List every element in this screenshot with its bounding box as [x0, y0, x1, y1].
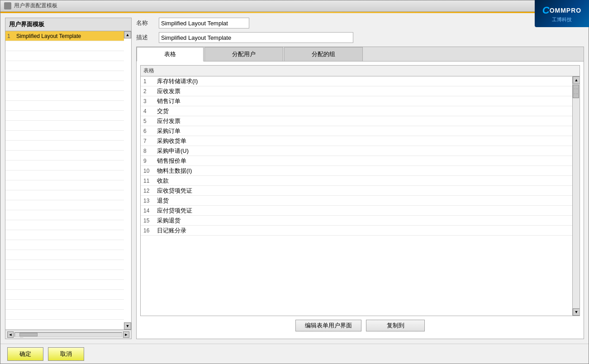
table-header: 表格: [141, 66, 580, 76]
tab-content-biaoge: 表格 1 库存转储请求(I) 2 应收发票: [137, 61, 584, 339]
list-item[interactable]: [5, 81, 124, 91]
title-bar: 用户界面配置模板 _ □ ✕: [0, 0, 589, 12]
table-row[interactable]: 11 收款: [141, 176, 572, 186]
list-item[interactable]: [5, 280, 124, 290]
list-item[interactable]: [5, 250, 124, 260]
tab-bar: 表格 分配用户 分配的组: [137, 47, 584, 61]
copy-to-button[interactable]: 复制到: [366, 320, 425, 331]
table-row[interactable]: 9 销售报价单: [141, 156, 572, 166]
scroll-dots: ···: [20, 335, 24, 340]
list-item[interactable]: [5, 170, 124, 180]
tab-container: 表格 分配用户 分配的组 表格: [136, 47, 584, 339]
left-panel-content: ▲ 1 Simplified Layout Template: [5, 31, 131, 330]
bottom-bar: 确定 取消: [0, 344, 589, 364]
list-item[interactable]: [5, 141, 124, 151]
table-row[interactable]: 7 采购收货单: [141, 136, 572, 146]
name-input[interactable]: [159, 18, 249, 28]
list-item[interactable]: [5, 121, 124, 131]
left-scrollbar-thumb[interactable]: ···: [19, 333, 38, 336]
list-item[interactable]: [5, 180, 124, 190]
table-row[interactable]: 1 库存转储请求(I): [141, 76, 572, 86]
tab-fenpei-zu[interactable]: 分配的组: [284, 47, 363, 61]
left-panel-header: 用户界面模板: [5, 18, 131, 31]
table-scrollbar: ▲ ⋮⋮ ▼: [572, 76, 580, 316]
list-item[interactable]: [5, 51, 124, 61]
table-row[interactable]: 3 销售订单: [141, 96, 572, 106]
list-item[interactable]: [5, 131, 124, 141]
name-row: 名称: [136, 18, 584, 28]
list-item[interactable]: [5, 151, 124, 161]
item-label: Simplified Layout Template: [16, 33, 81, 39]
main-content: 用户界面模板 ▲ 1 Simplified Layout Template: [0, 13, 589, 344]
logo-text: OMMPRO: [550, 7, 582, 14]
name-label: 名称: [136, 19, 154, 27]
main-window: 用户界面配置模板 _ □ ✕ C OMMPRO 工博科技 用户界面模板 ▲ 1: [0, 0, 589, 364]
list-item[interactable]: [5, 230, 124, 240]
list-item[interactable]: [5, 290, 124, 300]
list-item[interactable]: [5, 91, 124, 101]
list-item[interactable]: [5, 111, 124, 121]
window-title: 用户界面配置模板: [14, 2, 57, 9]
list-item[interactable]: [5, 200, 124, 210]
list-item[interactable]: [5, 220, 124, 230]
left-list: 1 Simplified Layout Template: [5, 31, 131, 330]
logo-container: C OMMPRO: [542, 5, 581, 16]
left-scroll-down[interactable]: ▼: [124, 322, 131, 330]
list-item[interactable]: [5, 300, 124, 310]
logo-c: C: [542, 5, 550, 16]
list-item[interactable]: [5, 240, 124, 250]
table-row[interactable]: 14 应付贷项凭证: [141, 206, 572, 216]
list-item[interactable]: [5, 161, 124, 170]
list-item[interactable]: [5, 71, 124, 81]
right-panel: 名称 描述 表格 分配用户 分配的组: [136, 18, 584, 339]
table-row[interactable]: 4 交货: [141, 106, 572, 116]
table-row[interactable]: 13 退货: [141, 196, 572, 206]
list-item[interactable]: [5, 210, 124, 220]
table-scroll-down[interactable]: ▼: [573, 308, 580, 316]
list-item[interactable]: [5, 101, 124, 111]
list-item[interactable]: [5, 320, 124, 330]
table-row[interactable]: 5 应付发票: [141, 116, 572, 126]
table-row[interactable]: 12 应收贷项凭证: [141, 186, 572, 196]
main-table: 表格 1 库存转储请求(I) 2 应收发票: [140, 65, 580, 316]
tab-biaoge[interactable]: 表格: [137, 47, 204, 61]
desc-input[interactable]: [159, 32, 353, 43]
logo-sub: 工博科技: [552, 16, 572, 23]
desc-label: 描述: [136, 33, 154, 42]
left-panel-footer: ◄ ··· ►: [5, 330, 131, 339]
logo-area: C OMMPRO 工博科技: [535, 0, 589, 27]
table-scroll-track: ⋮⋮: [573, 84, 580, 308]
table-body[interactable]: 1 库存转储请求(I) 2 应收发票 3 销售订单: [141, 76, 572, 316]
list-item[interactable]: 1 Simplified Layout Template: [5, 31, 124, 41]
list-item[interactable]: [5, 270, 124, 280]
left-scroll-right[interactable]: ►: [123, 331, 129, 338]
table-row[interactable]: 16 日记账分录: [141, 226, 572, 236]
list-item[interactable]: [5, 190, 124, 200]
tab-actions: 编辑表单用户界面 复制到: [140, 316, 580, 335]
item-number: 1: [7, 33, 16, 39]
list-item[interactable]: [5, 41, 124, 51]
left-scroll-left[interactable]: ◄: [7, 331, 14, 338]
left-scroll-up[interactable]: ▲: [124, 31, 131, 38]
list-item[interactable]: [5, 310, 124, 320]
list-item[interactable]: [5, 61, 124, 71]
table-row[interactable]: 2 应收发票: [141, 86, 572, 96]
edit-form-button[interactable]: 编辑表单用户界面: [295, 320, 361, 331]
table-row[interactable]: 8 采购申请(U): [141, 146, 572, 156]
confirm-button[interactable]: 确定: [7, 347, 43, 361]
grip-icon: ⋮⋮: [573, 86, 579, 96]
desc-row: 描述: [136, 32, 584, 43]
list-item[interactable]: [5, 260, 124, 270]
table-body-container: 1 库存转储请求(I) 2 应收发票 3 销售订单: [141, 76, 580, 316]
table-scroll-up[interactable]: ▲: [573, 76, 580, 84]
tab-fenpei-yonghu[interactable]: 分配用户: [204, 47, 283, 61]
left-scrollbar-track: ···: [14, 332, 122, 337]
table-scroll-thumb[interactable]: ⋮⋮: [573, 85, 579, 98]
table-row[interactable]: 6 采购订单: [141, 126, 572, 136]
left-panel: 用户界面模板 ▲ 1 Simplified Layout Template: [5, 18, 132, 339]
table-row[interactable]: 15 采购退货: [141, 216, 572, 226]
cancel-button[interactable]: 取消: [48, 347, 84, 361]
table-row[interactable]: 10 物料主数据(I): [141, 166, 572, 176]
title-bar-left: 用户界面配置模板: [4, 2, 57, 9]
table-header-cell: 表格: [143, 67, 154, 75]
